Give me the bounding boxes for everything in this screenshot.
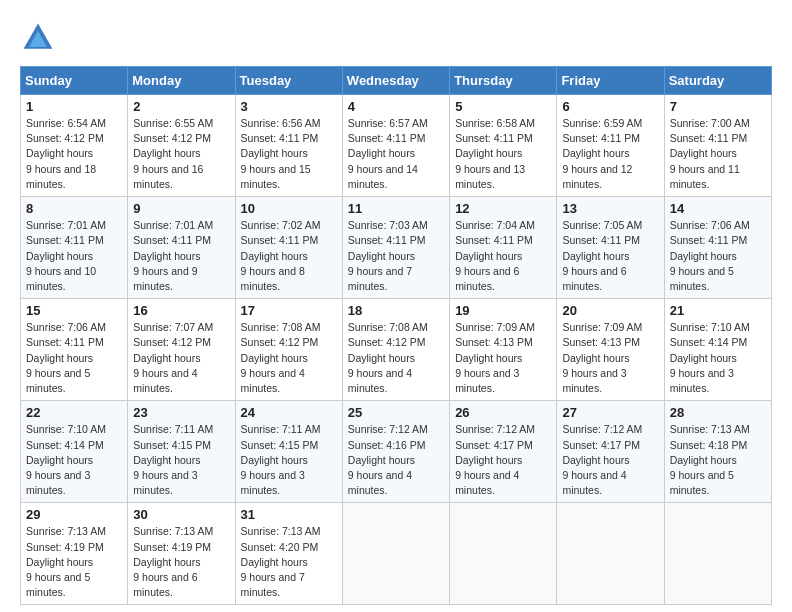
day-info: Sunrise: 7:09 AMSunset: 4:13 PMDaylight … [455,320,551,396]
day-number: 16 [133,303,229,318]
day-number: 18 [348,303,444,318]
day-number: 22 [26,405,122,420]
day-info: Sunrise: 6:54 AMSunset: 4:12 PMDaylight … [26,116,122,192]
calendar-header-saturday: Saturday [664,67,771,95]
day-number: 7 [670,99,766,114]
day-number: 10 [241,201,337,216]
day-info: Sunrise: 7:03 AMSunset: 4:11 PMDaylight … [348,218,444,294]
day-number: 31 [241,507,337,522]
calendar-cell: 9Sunrise: 7:01 AMSunset: 4:11 PMDaylight… [128,197,235,299]
calendar-week-row: 1Sunrise: 6:54 AMSunset: 4:12 PMDaylight… [21,95,772,197]
calendar-week-row: 22Sunrise: 7:10 AMSunset: 4:14 PMDayligh… [21,401,772,503]
day-number: 28 [670,405,766,420]
day-info: Sunrise: 7:00 AMSunset: 4:11 PMDaylight … [670,116,766,192]
calendar-cell: 25Sunrise: 7:12 AMSunset: 4:16 PMDayligh… [342,401,449,503]
calendar-cell: 12Sunrise: 7:04 AMSunset: 4:11 PMDayligh… [450,197,557,299]
day-number: 14 [670,201,766,216]
day-number: 21 [670,303,766,318]
day-number: 29 [26,507,122,522]
day-number: 11 [348,201,444,216]
calendar-cell [342,503,449,605]
day-info: Sunrise: 7:01 AMSunset: 4:11 PMDaylight … [26,218,122,294]
day-number: 1 [26,99,122,114]
day-info: Sunrise: 7:05 AMSunset: 4:11 PMDaylight … [562,218,658,294]
calendar-header-wednesday: Wednesday [342,67,449,95]
calendar-cell: 11Sunrise: 7:03 AMSunset: 4:11 PMDayligh… [342,197,449,299]
day-number: 2 [133,99,229,114]
day-info: Sunrise: 7:13 AMSunset: 4:18 PMDaylight … [670,422,766,498]
day-number: 25 [348,405,444,420]
day-info: Sunrise: 7:10 AMSunset: 4:14 PMDaylight … [670,320,766,396]
day-info: Sunrise: 7:06 AMSunset: 4:11 PMDaylight … [670,218,766,294]
day-number: 5 [455,99,551,114]
calendar-cell: 8Sunrise: 7:01 AMSunset: 4:11 PMDaylight… [21,197,128,299]
day-number: 23 [133,405,229,420]
day-info: Sunrise: 7:12 AMSunset: 4:17 PMDaylight … [562,422,658,498]
calendar-cell: 2Sunrise: 6:55 AMSunset: 4:12 PMDaylight… [128,95,235,197]
day-info: Sunrise: 7:10 AMSunset: 4:14 PMDaylight … [26,422,122,498]
calendar-cell: 30Sunrise: 7:13 AMSunset: 4:19 PMDayligh… [128,503,235,605]
day-info: Sunrise: 6:59 AMSunset: 4:11 PMDaylight … [562,116,658,192]
calendar-cell [450,503,557,605]
calendar-table: SundayMondayTuesdayWednesdayThursdayFrid… [20,66,772,605]
calendar-cell: 7Sunrise: 7:00 AMSunset: 4:11 PMDaylight… [664,95,771,197]
day-number: 6 [562,99,658,114]
calendar-week-row: 29Sunrise: 7:13 AMSunset: 4:19 PMDayligh… [21,503,772,605]
day-number: 19 [455,303,551,318]
calendar-cell: 20Sunrise: 7:09 AMSunset: 4:13 PMDayligh… [557,299,664,401]
day-number: 17 [241,303,337,318]
day-number: 8 [26,201,122,216]
day-info: Sunrise: 7:12 AMSunset: 4:16 PMDaylight … [348,422,444,498]
day-info: Sunrise: 7:04 AMSunset: 4:11 PMDaylight … [455,218,551,294]
day-number: 12 [455,201,551,216]
calendar-cell: 24Sunrise: 7:11 AMSunset: 4:15 PMDayligh… [235,401,342,503]
day-number: 13 [562,201,658,216]
calendar-cell [557,503,664,605]
calendar-cell: 6Sunrise: 6:59 AMSunset: 4:11 PMDaylight… [557,95,664,197]
calendar-header-tuesday: Tuesday [235,67,342,95]
calendar-cell: 14Sunrise: 7:06 AMSunset: 4:11 PMDayligh… [664,197,771,299]
calendar-cell [664,503,771,605]
calendar-cell: 28Sunrise: 7:13 AMSunset: 4:18 PMDayligh… [664,401,771,503]
calendar-cell: 3Sunrise: 6:56 AMSunset: 4:11 PMDaylight… [235,95,342,197]
day-number: 3 [241,99,337,114]
day-info: Sunrise: 7:13 AMSunset: 4:19 PMDaylight … [133,524,229,600]
logo-icon [20,20,56,56]
day-number: 4 [348,99,444,114]
calendar-cell: 18Sunrise: 7:08 AMSunset: 4:12 PMDayligh… [342,299,449,401]
calendar-cell: 15Sunrise: 7:06 AMSunset: 4:11 PMDayligh… [21,299,128,401]
day-info: Sunrise: 7:08 AMSunset: 4:12 PMDaylight … [241,320,337,396]
calendar-cell: 26Sunrise: 7:12 AMSunset: 4:17 PMDayligh… [450,401,557,503]
day-number: 20 [562,303,658,318]
calendar-cell: 19Sunrise: 7:09 AMSunset: 4:13 PMDayligh… [450,299,557,401]
calendar-cell: 31Sunrise: 7:13 AMSunset: 4:20 PMDayligh… [235,503,342,605]
day-info: Sunrise: 6:56 AMSunset: 4:11 PMDaylight … [241,116,337,192]
day-info: Sunrise: 7:13 AMSunset: 4:19 PMDaylight … [26,524,122,600]
calendar-cell: 16Sunrise: 7:07 AMSunset: 4:12 PMDayligh… [128,299,235,401]
day-info: Sunrise: 7:07 AMSunset: 4:12 PMDaylight … [133,320,229,396]
calendar-header-sunday: Sunday [21,67,128,95]
page-header [20,20,772,56]
day-info: Sunrise: 6:57 AMSunset: 4:11 PMDaylight … [348,116,444,192]
calendar-cell: 29Sunrise: 7:13 AMSunset: 4:19 PMDayligh… [21,503,128,605]
day-number: 9 [133,201,229,216]
logo [20,20,62,56]
calendar-cell: 10Sunrise: 7:02 AMSunset: 4:11 PMDayligh… [235,197,342,299]
day-info: Sunrise: 7:09 AMSunset: 4:13 PMDaylight … [562,320,658,396]
day-number: 24 [241,405,337,420]
day-info: Sunrise: 6:55 AMSunset: 4:12 PMDaylight … [133,116,229,192]
calendar-week-row: 8Sunrise: 7:01 AMSunset: 4:11 PMDaylight… [21,197,772,299]
day-info: Sunrise: 7:08 AMSunset: 4:12 PMDaylight … [348,320,444,396]
day-info: Sunrise: 7:13 AMSunset: 4:20 PMDaylight … [241,524,337,600]
day-info: Sunrise: 7:06 AMSunset: 4:11 PMDaylight … [26,320,122,396]
day-info: Sunrise: 6:58 AMSunset: 4:11 PMDaylight … [455,116,551,192]
calendar-cell: 22Sunrise: 7:10 AMSunset: 4:14 PMDayligh… [21,401,128,503]
calendar-cell: 13Sunrise: 7:05 AMSunset: 4:11 PMDayligh… [557,197,664,299]
day-number: 26 [455,405,551,420]
calendar-week-row: 15Sunrise: 7:06 AMSunset: 4:11 PMDayligh… [21,299,772,401]
calendar-header-thursday: Thursday [450,67,557,95]
calendar-header-friday: Friday [557,67,664,95]
calendar-cell: 23Sunrise: 7:11 AMSunset: 4:15 PMDayligh… [128,401,235,503]
day-number: 27 [562,405,658,420]
calendar-cell: 5Sunrise: 6:58 AMSunset: 4:11 PMDaylight… [450,95,557,197]
